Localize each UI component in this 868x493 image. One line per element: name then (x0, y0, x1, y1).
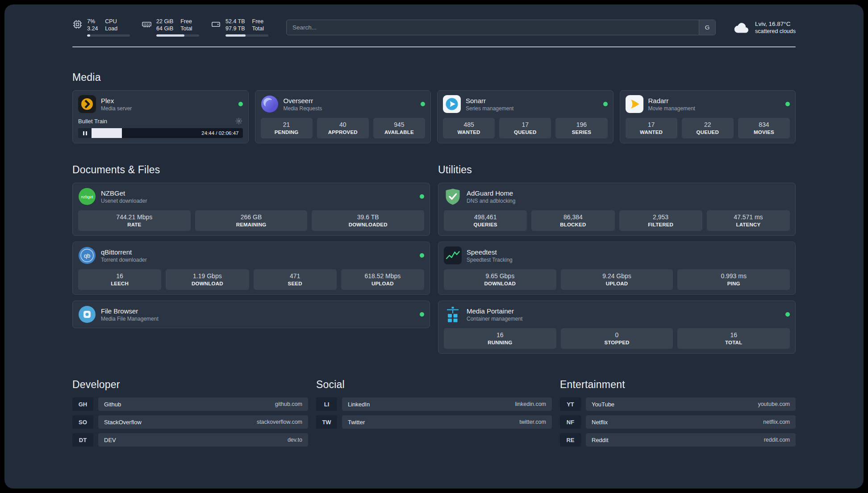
app-name[interactable]: AdGuard Home (467, 189, 790, 197)
stat-tile-blocked: 86,384 BLOCKED (531, 210, 614, 231)
cloud-icon (734, 21, 750, 33)
status-dot (420, 253, 424, 258)
bookmark-abbr: RE (560, 433, 581, 447)
portainer-icon[interactable] (444, 305, 462, 323)
disk-icon (211, 19, 221, 29)
section-title-developer: Developer (72, 379, 308, 391)
nzbget-icon[interactable]: nzbget (78, 188, 96, 205)
radarr-icon[interactable] (626, 95, 643, 113)
bookmark-abbr: YT (560, 397, 581, 411)
app-subtitle: Speedtest Tracking (467, 257, 790, 263)
filebrowser-icon[interactable] (78, 305, 96, 323)
stat-tile-series: 196 SERIES (555, 118, 607, 138)
stat-tile-running: 16 RUNNING (444, 328, 556, 349)
section-title-utilities: Utilities (438, 164, 796, 176)
app-subtitle: Container management (467, 316, 780, 322)
topbar: 7%3.24 CPULoad 22 GiB64 G (72, 18, 796, 37)
weather-location: Lviv, 16.87°C (755, 20, 796, 28)
search-engine-button[interactable]: G (699, 20, 715, 35)
stat-tile-latency: 47.571 ms LATENCY (707, 210, 790, 231)
disk-labels: FreeTotal (252, 18, 264, 32)
section-title-documents: Documents & Files (72, 164, 430, 176)
status-dot (785, 312, 790, 317)
app-name[interactable]: Media Portainer (467, 307, 780, 315)
app-name[interactable]: Overseerr (284, 97, 416, 104)
qbittorrent-icon[interactable]: qb (78, 246, 96, 264)
app-subtitle: Movie management (648, 105, 781, 112)
cpu-labels: CPULoad (105, 18, 117, 32)
app-name[interactable]: Plex (101, 97, 234, 104)
app-card-qbittorrent: qb qBittorrent Torrent downloader 16 (72, 242, 430, 295)
app-card-speedtest: Speedtest Speedtest Tracking 9.65 Gbps D… (438, 242, 796, 295)
app-subtitle: Media File Management (101, 316, 415, 322)
utilities-column: Utilities AdGuard Home DNS and adblockin… (438, 164, 796, 354)
section-title-media: Media (72, 71, 796, 84)
app-card-radarr: Radarr Movie management 17 WANTED 22 QUE… (620, 90, 796, 143)
disk-progress-bar (225, 34, 268, 37)
disk-widget: 52.4 TB97.9 TB FreeTotal (211, 18, 268, 37)
speedtest-icon[interactable] (444, 246, 462, 264)
app-subtitle: Usenet downloader (101, 198, 415, 204)
app-name[interactable]: Radarr (648, 97, 781, 104)
bookmark-linkedin[interactable]: LI LinkedIn linkedin.com (316, 397, 552, 411)
app-name[interactable]: Sonarr (466, 97, 598, 104)
status-dot (421, 102, 425, 106)
bookmark-github[interactable]: GH Github github.com (72, 397, 308, 411)
app-name[interactable]: Speedtest (467, 248, 790, 256)
app-subtitle: Media server (101, 105, 234, 112)
playback-progress-bar[interactable]: 24:44 / 02:06:47 (92, 128, 243, 138)
pause-button[interactable] (78, 128, 92, 138)
bookmark-twitter[interactable]: TW Twitter twitter.com (316, 415, 552, 429)
bookmark-url: github.com (275, 401, 302, 407)
status-dot (420, 312, 424, 317)
bookmark-name: LinkedIn (348, 401, 370, 408)
app-card-sonarr: Sonarr Series management 485 WANTED 17 Q… (437, 90, 613, 143)
app-name[interactable]: qBittorrent (101, 248, 415, 256)
bookmark-url: netflix.com (763, 419, 790, 425)
documents-column: Documents & Files nzbget NZBGet Usenet d… (72, 164, 430, 354)
bookmark-name: Github (104, 401, 121, 408)
section-title-social: Social (316, 379, 552, 391)
plex-icon[interactable] (78, 95, 96, 113)
app-name[interactable]: NZBGet (101, 189, 415, 197)
stat-tile-remaining: 266 GB REMAINING (195, 210, 308, 231)
bookmark-stackoverflow[interactable]: SO StackOverflow stackoverflow.com (72, 415, 308, 429)
bookmark-url: linkedin.com (515, 401, 546, 407)
app-card-filebrowser: File Browser Media File Management (72, 301, 430, 328)
bookmark-netflix[interactable]: NF Netflix netflix.com (560, 415, 796, 429)
settings-gear-icon[interactable] (235, 117, 243, 125)
stat-tile-stopped: 0 STOPPED (561, 328, 673, 349)
adguard-icon[interactable] (444, 188, 462, 205)
bookmark-youtube[interactable]: YT YouTube youtube.com (560, 397, 796, 411)
ram-values: 22 GiB64 GiB (156, 18, 173, 32)
stat-tile-approved: 40 APPROVED (317, 118, 369, 138)
stat-tile-downloaded: 39.6 TB DOWNLOADED (312, 210, 424, 231)
playback-time: 24:44 / 02:06:47 (201, 128, 238, 138)
bookmark-name: YouTube (592, 401, 614, 408)
stat-tile-filtered: 2,953 FILTERED (619, 210, 702, 231)
app-subtitle: Torrent downloader (101, 257, 415, 263)
overseerr-icon[interactable] (261, 95, 279, 113)
cpu-widget: 7%3.24 CPULoad (72, 18, 130, 37)
plex-media-player: Bullet Train 24:44 / 02:06:47 (78, 117, 243, 138)
bookmark-dev[interactable]: DT DEV dev.to (72, 433, 308, 447)
weather-condition: scattered clouds (755, 28, 796, 35)
bookmark-name: Reddit (592, 437, 609, 443)
bookmark-name: Netflix (592, 419, 608, 426)
bookmark-url: twitter.com (519, 419, 546, 425)
bookmark-abbr: NF (560, 415, 581, 429)
bookmark-reddit[interactable]: RE Reddit reddit.com (560, 433, 796, 447)
weather-widget[interactable]: Lviv, 16.87°C scattered clouds (734, 20, 796, 35)
ram-widget: 22 GiB64 GiB FreeTotal (142, 18, 199, 37)
app-name[interactable]: File Browser (101, 307, 415, 315)
bookmark-abbr: GH (72, 397, 93, 411)
cpu-progress-bar (87, 34, 130, 37)
status-dot (238, 102, 243, 106)
app-subtitle: Media Requests (284, 105, 416, 112)
developer-column: Developer GH Github github.com SO StackO… (72, 379, 308, 447)
search-input[interactable] (287, 20, 699, 35)
sonarr-icon[interactable] (443, 95, 461, 113)
stat-tile-pending: 21 PENDING (261, 118, 313, 138)
bookmark-name: Twitter (348, 419, 365, 426)
bookmark-name: DEV (104, 437, 116, 443)
